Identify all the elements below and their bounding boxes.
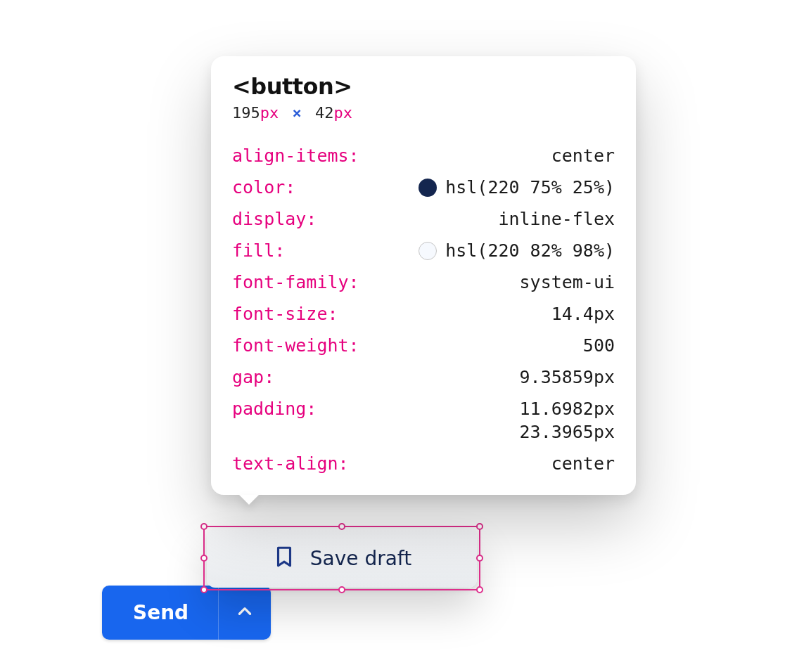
prop-key: display <box>232 209 317 229</box>
prop-value: 11.6982px 23.3965px <box>325 399 615 442</box>
prop-row-color: color hsl(220 75% 25%) <box>232 177 615 198</box>
prop-key: gap <box>232 367 274 387</box>
prop-key: font-family <box>232 272 359 292</box>
prop-key: align-items <box>232 146 359 166</box>
dim-width-unit: px <box>260 104 279 122</box>
send-split-button: Send <box>102 586 271 640</box>
prop-row-font-size: font-size 14.4px <box>232 304 615 324</box>
save-draft-label: Save draft <box>310 547 411 570</box>
resize-handle[interactable] <box>200 523 207 530</box>
prop-value: 14.4px <box>347 304 615 324</box>
prop-value: system-ui <box>368 272 615 292</box>
prop-key: font-size <box>232 304 338 324</box>
prop-value: 500 <box>368 335 615 356</box>
prop-row-gap: gap 9.35859px <box>232 367 615 387</box>
prop-row-display: display inline-flex <box>232 209 615 229</box>
inspector-dimensions: 195px × 42px <box>232 104 615 122</box>
prop-row-fill: fill hsl(220 82% 98%) <box>232 240 615 261</box>
save-draft-button[interactable]: Save draft <box>207 529 477 588</box>
resize-handle[interactable] <box>476 523 483 530</box>
prop-row-font-weight: font-weight 500 <box>232 335 615 356</box>
prop-row-font-family: font-family system-ui <box>232 272 615 292</box>
color-swatch-icon <box>419 242 437 260</box>
dim-separator: × <box>288 104 306 122</box>
send-label: Send <box>133 601 189 624</box>
prop-value-text: hsl(220 75% 25%) <box>445 177 615 198</box>
resize-handle[interactable] <box>476 555 483 562</box>
inspector-properties: align-items center color hsl(220 75% 25%… <box>232 146 615 474</box>
prop-key: font-weight <box>232 335 359 356</box>
prop-key: color <box>232 177 295 198</box>
prop-key: fill <box>232 240 285 261</box>
tooltip-pointer-icon <box>239 495 259 505</box>
prop-row-align-items: align-items center <box>232 146 615 166</box>
send-button[interactable]: Send <box>102 586 219 640</box>
element-inspector-tooltip: <button> 195px × 42px align-items center… <box>211 56 636 495</box>
prop-value: hsl(220 75% 25%) <box>304 177 615 198</box>
prop-value: 9.35859px <box>283 367 615 387</box>
chevron-up-icon <box>236 602 254 623</box>
prop-value: inline-flex <box>325 209 615 229</box>
bookmark-icon <box>272 545 296 571</box>
prop-row-text-align: text-align center <box>232 453 615 474</box>
prop-key: padding <box>232 399 317 419</box>
dim-width: 195 <box>232 104 260 122</box>
prop-value-text: hsl(220 82% 98%) <box>445 240 615 261</box>
prop-value-text: 23.3965px <box>520 422 615 442</box>
dim-height: 42 <box>315 104 334 122</box>
send-more-button[interactable] <box>219 586 271 640</box>
inspector-element-tag: <button> <box>232 73 615 100</box>
prop-value: hsl(220 82% 98%) <box>293 240 615 261</box>
dim-height-unit: px <box>334 104 353 122</box>
prop-row-padding: padding 11.6982px 23.3965px <box>232 399 615 442</box>
prop-value: center <box>368 146 615 166</box>
prop-value: center <box>357 453 615 474</box>
resize-handle[interactable] <box>476 586 483 593</box>
color-swatch-icon <box>419 179 437 197</box>
prop-value-text: 11.6982px <box>520 399 615 419</box>
prop-key: text-align <box>232 453 349 474</box>
